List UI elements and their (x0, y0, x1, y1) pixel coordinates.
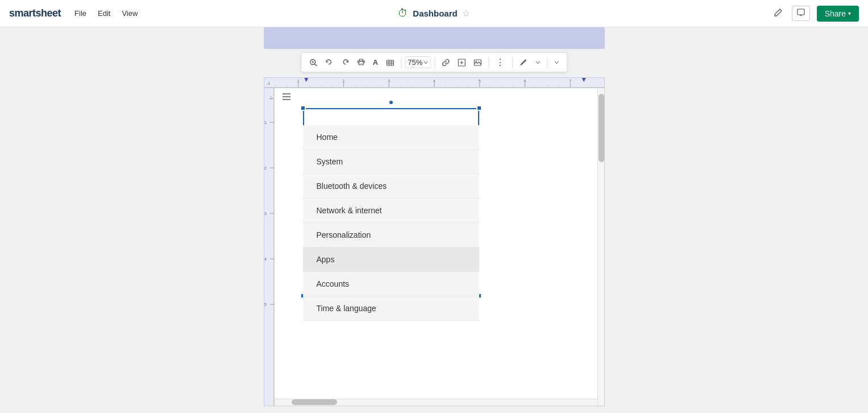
draw-icon (520, 59, 528, 67)
top-nav: smartsheet File Edit View ⏱ Dashboard ☆ … (0, 0, 868, 27)
selection-widget[interactable]: Home System Bluetooth & devices Network … (303, 108, 479, 313)
ruler-horizontal: -1 1 2 3 4 5 6 7 (264, 77, 605, 88)
ruler-vertical: -1 1 2 3 4 5 (264, 88, 274, 406)
svg-text:-1: -1 (266, 81, 269, 85)
menu-item-label: Home (317, 133, 338, 142)
menu-item-personalization[interactable]: Personalization (303, 223, 479, 247)
ruler-ticks-h: -1 1 2 3 4 5 6 7 (264, 77, 604, 88)
present-button[interactable] (792, 6, 810, 21)
dashboard-clock-icon: ⏱ (398, 7, 408, 19)
share-button[interactable]: Share ▾ (817, 6, 859, 22)
menu-item-home[interactable]: Home (303, 125, 479, 150)
menu-items-container: Home System Bluetooth & devices Network … (303, 125, 479, 321)
menu-item-time-language[interactable]: Time & language (303, 296, 479, 321)
table-icon (386, 59, 394, 67)
handle-top-right[interactable] (476, 105, 482, 111)
draw-button[interactable] (516, 57, 531, 68)
toolbar-separator-3 (488, 57, 489, 68)
menu-item-label: Time & language (317, 304, 376, 313)
collapse-button[interactable] (551, 59, 562, 67)
redo-button[interactable] (338, 57, 352, 68)
image-button[interactable] (470, 57, 485, 68)
menu-item-label: Apps (317, 255, 335, 264)
nav-center: ⏱ Dashboard ☆ (398, 7, 470, 19)
svg-text:3: 3 (388, 79, 390, 83)
handle-top-left[interactable] (300, 105, 306, 111)
search-icon (309, 59, 317, 67)
present-icon (797, 9, 805, 16)
menu-item-accounts[interactable]: Accounts (303, 272, 479, 296)
menu-item-label: System (317, 157, 343, 166)
image-icon (474, 59, 481, 67)
svg-rect-3 (359, 63, 363, 64)
more-options-button[interactable]: ⋮ (492, 55, 509, 69)
zoom-value: 75% (408, 58, 422, 67)
toolbar-separator-1 (401, 57, 401, 68)
toolbar-separator-2 (434, 57, 435, 68)
zoom-in-button[interactable] (306, 57, 321, 68)
menu-item-label: Network & internet (317, 206, 382, 215)
svg-marker-23 (304, 77, 308, 82)
draw-chevron-icon (535, 60, 540, 65)
toolbar: A 75% (301, 52, 567, 72)
scroll-thumb-vertical[interactable] (599, 94, 604, 162)
svg-text:2: 2 (342, 79, 344, 83)
nav-menus: File Edit View (74, 9, 138, 18)
pencil-icon (774, 8, 783, 17)
menu-view[interactable]: View (122, 9, 138, 18)
print-icon (357, 59, 365, 67)
menu-edit[interactable]: Edit (98, 9, 110, 18)
canvas-area: A 75% (0, 27, 868, 413)
redo-icon (341, 59, 349, 67)
scroll-track-vertical[interactable] (597, 88, 604, 406)
link-button[interactable] (438, 57, 453, 68)
toolbar-separator-5 (547, 57, 547, 68)
share-label: Share (825, 9, 846, 18)
document-canvas: Home System Bluetooth & devices Network … (274, 88, 605, 406)
insert-button[interactable] (454, 57, 469, 68)
menu-file[interactable]: File (74, 9, 86, 18)
toolbar-separator-4 (512, 57, 513, 68)
svg-text:1: 1 (264, 121, 267, 125)
share-chevron-icon: ▾ (848, 10, 851, 16)
widget-button[interactable] (383, 57, 397, 68)
menu-item-bluetooth[interactable]: Bluetooth & devices (303, 174, 479, 199)
canvas-header-bar (264, 27, 605, 49)
font-button[interactable]: A (369, 56, 381, 68)
svg-text:7: 7 (569, 79, 571, 83)
zoom-control[interactable]: 75% (405, 56, 431, 68)
menu-item-label: Bluetooth & devices (317, 181, 387, 191)
ruler-ticks-v: -1 1 2 3 4 5 (264, 88, 275, 407)
app-logo: smartsheet (9, 7, 61, 19)
svg-text:5: 5 (264, 303, 267, 307)
draw-chevron-button[interactable] (532, 59, 543, 67)
scroll-thumb-horizontal[interactable] (292, 399, 337, 405)
menu-item-label: Personalization (317, 230, 371, 239)
link-icon (442, 59, 450, 67)
svg-text:2: 2 (264, 166, 267, 170)
zoom-dropdown-icon (423, 60, 428, 65)
page-title: Dashboard (413, 9, 457, 18)
nav-right: Share ▾ (771, 6, 859, 22)
handle-top-center[interactable] (388, 100, 394, 105)
svg-rect-4 (387, 60, 393, 65)
menu-item-apps[interactable]: Apps (303, 247, 479, 272)
svg-text:6: 6 (524, 79, 526, 83)
edit-button[interactable] (771, 6, 785, 22)
svg-text:4: 4 (433, 79, 435, 83)
scroll-track-horizontal[interactable] (275, 399, 597, 406)
svg-text:-1: -1 (269, 96, 273, 100)
svg-text:4: 4 (264, 257, 267, 261)
menu-icon-area (281, 93, 292, 103)
undo-icon (325, 59, 333, 67)
svg-marker-24 (582, 77, 586, 82)
list-icon (281, 93, 292, 101)
menu-item-label: Accounts (317, 279, 350, 288)
menu-item-network[interactable]: Network & internet (303, 199, 479, 223)
svg-text:1: 1 (297, 79, 299, 83)
print-button[interactable] (354, 57, 368, 68)
insert-icon (458, 59, 466, 67)
favorite-icon[interactable]: ☆ (462, 8, 470, 19)
menu-item-system[interactable]: System (303, 150, 479, 174)
undo-button[interactable] (322, 57, 337, 68)
